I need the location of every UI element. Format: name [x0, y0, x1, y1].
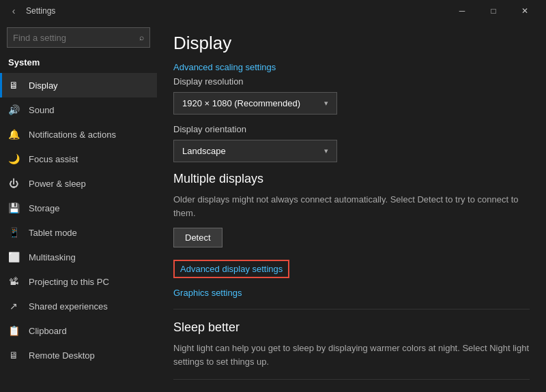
app-body: ⌕ System 🖥 Display 🔊 Sound 🔔 Notificatio… [0, 22, 546, 392]
focus-icon: 🌙 [8, 153, 19, 164]
orientation-dropdown-arrow: ▾ [324, 147, 328, 155]
resolution-value: 1920 × 1080 (Recommended) [182, 98, 300, 108]
storage-icon: 💾 [8, 202, 19, 213]
sidebar-item-remote[interactable]: 🖥 Remote Desktop [0, 343, 157, 367]
tablet-icon: 📱 [8, 227, 19, 238]
content-area: Display Advanced scaling settings Displa… [157, 22, 546, 392]
sidebar-label-power: Power & sleep [29, 179, 86, 189]
multitasking-icon: ⬜ [8, 252, 19, 262]
sidebar-label-multitasking: Multitasking [29, 252, 76, 262]
remote-icon: 🖥 [8, 350, 19, 361]
graphics-settings-link[interactable]: Graphics settings [173, 288, 530, 298]
sidebar-item-focus[interactable]: 🌙 Focus assist [0, 147, 157, 171]
titlebar: ‹ Settings ─ □ ✕ [0, 0, 546, 22]
sidebar-item-display[interactable]: 🖥 Display [0, 73, 157, 97]
divider-1 [173, 309, 530, 310]
sidebar-item-projecting[interactable]: 📽 Projecting to this PC [0, 269, 157, 294]
advanced-display-settings-link[interactable]: Advanced display settings [173, 260, 289, 278]
resolution-dropdown-arrow: ▾ [324, 99, 328, 108]
sidebar-item-tablet[interactable]: 📱 Tablet mode [0, 220, 157, 245]
sidebar-label-remote: Remote Desktop [29, 350, 95, 361]
detect-button[interactable]: Detect [173, 228, 222, 247]
sidebar-label-projecting: Projecting to this PC [29, 277, 109, 287]
search-input[interactable] [13, 33, 139, 43]
orientation-label: Display orientation [173, 124, 530, 134]
sleep-heading: Sleep better [173, 320, 530, 335]
sidebar-label-shared: Shared experiences [29, 301, 108, 312]
app-title: Settings [26, 6, 446, 16]
display-icon: 🖥 [8, 80, 19, 91]
sidebar-label-focus: Focus assist [29, 154, 78, 164]
multiple-displays-heading: Multiple displays [173, 172, 530, 186]
sidebar: ⌕ System 🖥 Display 🔊 Sound 🔔 Notificatio… [0, 22, 157, 392]
orientation-value: Landscape [182, 146, 226, 156]
notifications-icon: 🔔 [8, 129, 19, 140]
minimize-button[interactable]: ─ [446, 0, 478, 22]
sleep-section: Sleep better Night light can help you ge… [173, 320, 530, 368]
sound-icon: 🔊 [8, 104, 19, 115]
sidebar-item-notifications[interactable]: 🔔 Notifications & actions [0, 122, 157, 147]
sidebar-label-clipboard: Clipboard [29, 326, 67, 336]
sidebar-item-multitasking[interactable]: ⬜ Multitasking [0, 245, 157, 269]
multiple-displays-desc: Older displays might not always connect … [173, 193, 530, 220]
power-icon: ⏻ [8, 178, 19, 189]
sidebar-label-display: Display [29, 80, 58, 91]
orientation-dropdown[interactable]: Landscape ▾ [173, 140, 337, 162]
back-button[interactable]: ‹ [5, 3, 22, 19]
resolution-dropdown[interactable]: 1920 × 1080 (Recommended) ▾ [173, 92, 337, 115]
sidebar-section-title: System [0, 55, 157, 73]
sidebar-item-storage[interactable]: 💾 Storage [0, 196, 157, 220]
resolution-label: Display resolution [173, 76, 530, 87]
projecting-icon: 📽 [8, 276, 19, 287]
maximize-button[interactable]: □ [478, 0, 509, 22]
search-box[interactable]: ⌕ [7, 27, 150, 48]
sidebar-item-power[interactable]: ⏻ Power & sleep [0, 171, 157, 196]
sidebar-item-sound[interactable]: 🔊 Sound [0, 97, 157, 122]
sidebar-label-tablet: Tablet mode [29, 228, 77, 238]
search-icon: ⌕ [139, 33, 144, 42]
sidebar-item-shared[interactable]: ↗ Shared experiences [0, 294, 157, 318]
advanced-scaling-link[interactable]: Advanced scaling settings [173, 62, 530, 72]
shared-icon: ↗ [8, 301, 19, 312]
window-controls: ─ □ ✕ [446, 0, 541, 22]
page-title: Display [173, 33, 530, 54]
sleep-desc: Night light can help you get to sleep by… [173, 342, 530, 368]
close-button[interactable]: ✕ [509, 0, 541, 22]
sidebar-item-clipboard[interactable]: 📋 Clipboard [0, 318, 157, 343]
sidebar-label-notifications: Notifications & actions [29, 130, 116, 140]
divider-2 [173, 379, 530, 380]
sidebar-label-sound: Sound [29, 105, 55, 115]
sidebar-label-storage: Storage [29, 203, 60, 213]
clipboard-icon: 📋 [8, 325, 19, 336]
